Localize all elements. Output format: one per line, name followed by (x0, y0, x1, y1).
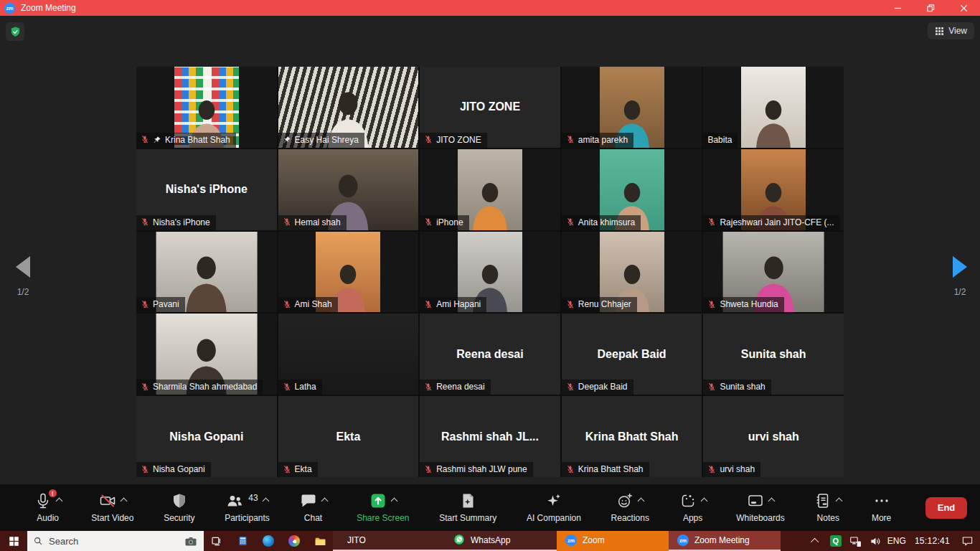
toolbar-participants-label: Participants (225, 513, 270, 523)
language-indicator[interactable]: ENG (887, 531, 906, 551)
participant-name-tag: Krina Bhatt Shah (136, 133, 236, 148)
participant-tile[interactable]: amita parekh (562, 67, 702, 148)
network-tray-icon[interactable] (847, 531, 864, 551)
toolbar-items: !AudioStart VideoSecurity43ParticipantsC… (0, 492, 925, 523)
participant-name-tag: amita parekh (562, 133, 633, 148)
participant-tile[interactable]: Rashmi shah JL...Rashmi shah JLW pune (420, 396, 560, 477)
participant-tile[interactable]: JITO ZONEJITO ZONE (420, 67, 560, 148)
toolbar-more-icon-row (873, 492, 890, 511)
end-meeting-button[interactable]: End (925, 497, 967, 519)
participant-tile[interactable]: Deepak BaidDeepak Baid (562, 314, 702, 395)
participant-tile[interactable]: EktaEkta (278, 396, 419, 477)
muted-mic-icon (707, 217, 716, 227)
toolbar-start-video-button[interactable]: Start Video (91, 492, 133, 523)
toolbar-chat-button[interactable]: Chat (300, 492, 327, 523)
participant-tile[interactable]: Easy Hai Shreya (278, 67, 419, 148)
participant-tile[interactable]: Nisha GopaniNisha Gopani (136, 396, 277, 477)
view-button[interactable]: View (928, 22, 974, 39)
participant-tile[interactable]: Hemal shah (278, 149, 419, 230)
participant-name-label: Pavani (153, 299, 179, 309)
hidden-icons-chevron[interactable] (807, 531, 824, 551)
edge-icon[interactable] (255, 531, 281, 551)
visual-search-camera-icon[interactable] (184, 536, 198, 547)
participant-tile[interactable]: Pavani (136, 232, 277, 313)
previous-page-arrow[interactable] (16, 256, 30, 278)
toolbar-audio-button[interactable]: !Audio (34, 492, 62, 523)
taskbar-app-whatsapp[interactable]: WhatsApp (445, 531, 557, 551)
muted-mic-icon (283, 217, 291, 227)
participant-tile[interactable]: urvi shahurvi shah (703, 396, 844, 477)
chevron-up-icon[interactable] (390, 498, 397, 505)
participant-name-tag: Ekta (278, 462, 318, 477)
participant-name-label: Nisha's iPhone (153, 217, 210, 227)
toolbar-start-summary-button[interactable]: Start Summary (439, 492, 496, 523)
chevron-up-icon[interactable] (55, 498, 62, 505)
toolbar-ai-companion-button[interactable]: AI Companion (527, 492, 581, 523)
taskbar-app-zoom[interactable]: zmZoom (557, 531, 669, 551)
toolbar-security-button[interactable]: Security (164, 492, 194, 523)
toolbar-whiteboards-icon-row (747, 492, 774, 511)
paint-icon[interactable] (281, 531, 307, 551)
people-icon (226, 492, 243, 509)
muted-mic-icon (707, 300, 716, 309)
smiley-icon (616, 492, 633, 509)
participant-tile[interactable]: Reena desaiReena desai (420, 314, 560, 395)
task-view-icon[interactable] (204, 531, 230, 551)
toolbar-notes-button[interactable]: Notes (814, 492, 842, 523)
meeting-security-shield-icon[interactable] (6, 22, 24, 41)
taskbar-clock[interactable]: 15:12:41 (909, 531, 956, 551)
restore-button[interactable] (914, 0, 947, 16)
sparkle-icon (545, 492, 562, 509)
start-button[interactable] (0, 531, 27, 551)
muted-mic-icon (424, 217, 433, 227)
participant-tile[interactable]: Sharmila Shah ahmedabad (136, 314, 277, 395)
taskbar-app-zoom-meeting[interactable]: zmZoom Meeting (669, 531, 781, 551)
participant-tile[interactable]: Babita (703, 67, 844, 148)
chevron-up-icon[interactable] (700, 498, 707, 505)
close-button[interactable] (947, 0, 980, 16)
toolbar-whiteboards-label: Whiteboards (736, 513, 784, 523)
taskbar-search-input[interactable]: Search (27, 531, 204, 551)
volume-tray-icon[interactable] (867, 531, 885, 551)
participant-tile[interactable]: Ami Shah (278, 232, 419, 313)
taskbar-app-jito[interactable]: JITO (333, 531, 445, 551)
participant-tile[interactable]: Shweta Hundia (703, 232, 844, 313)
chevron-up-icon[interactable] (321, 498, 328, 505)
participant-tile[interactable]: Rajeshwari Jain JITO-CFE (... (703, 149, 844, 230)
chevron-up-icon[interactable] (836, 498, 843, 505)
participant-tile[interactable]: Krina Bhatt Shah (136, 67, 277, 148)
participant-tile[interactable]: Krina Bhatt ShahKrina Bhatt Shah (562, 396, 702, 477)
chevron-up-icon[interactable] (120, 498, 127, 505)
toolbar-apps-button[interactable]: Apps (679, 492, 707, 523)
toolbar-whiteboards-button[interactable]: Whiteboards (736, 492, 784, 523)
chevron-up-icon[interactable] (638, 498, 645, 505)
toolbar-start-summary-label: Start Summary (439, 513, 496, 523)
muted-mic-icon (707, 465, 716, 474)
toolbar-reactions-button[interactable]: Reactions (611, 492, 649, 523)
toolbar-start-video-label: Start Video (91, 513, 133, 523)
search-icon (33, 536, 43, 546)
toolbar-security-label: Security (164, 513, 194, 523)
file-explorer-icon[interactable] (307, 531, 333, 551)
participant-tile[interactable]: iPhone (420, 149, 560, 230)
participant-tile[interactable]: Renu Chhajer (562, 232, 702, 313)
chevron-up-icon[interactable] (768, 498, 776, 505)
next-page-arrow[interactable] (953, 256, 967, 278)
toolbar-participants-button[interactable]: 43Participants (225, 492, 270, 523)
antivirus-tray-icon[interactable]: Q (827, 531, 844, 551)
calculator-icon[interactable] (230, 531, 255, 551)
action-center-icon[interactable] (958, 531, 976, 551)
muted-mic-icon (566, 217, 575, 227)
participant-tile[interactable]: Anita khimsura (562, 149, 702, 230)
pin-icon (153, 136, 161, 144)
participant-tile[interactable]: Latha (278, 314, 419, 395)
taskbar-app-label: WhatsApp (471, 535, 510, 545)
minimize-button[interactable] (881, 0, 914, 16)
chevron-up-icon[interactable] (262, 498, 269, 505)
toolbar-share-screen-button[interactable]: Share Screen (357, 492, 409, 523)
participant-tile[interactable]: Sunita shahSunita shah (703, 314, 844, 395)
participant-tile[interactable]: Ami Hapani (420, 232, 560, 313)
toolbar-more-button[interactable]: More (872, 492, 891, 523)
participant-tile[interactable]: Nisha's iPhoneNisha's iPhone (136, 149, 277, 230)
shield-icon (171, 492, 188, 509)
